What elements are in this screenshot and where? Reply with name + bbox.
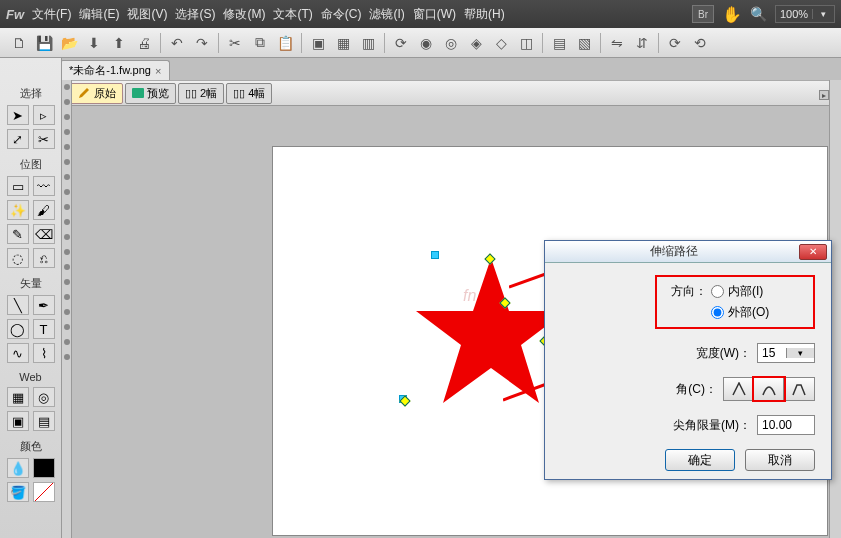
marquee-tool[interactable]: ▭	[7, 176, 29, 196]
hide-slice-tool[interactable]: ▣	[7, 411, 29, 431]
import-icon[interactable]: ⬇	[83, 32, 105, 54]
crop-tool[interactable]: ✂	[33, 129, 55, 149]
view-2up-tab[interactable]: ▯▯ 2幅	[178, 83, 224, 104]
export-icon[interactable]: ⬆	[108, 32, 130, 54]
arrange-icon[interactable]: ▦	[332, 32, 354, 54]
bucket-tool[interactable]: 🪣	[7, 482, 29, 502]
document-tab[interactable]: *未命名-1.fw.png ×	[60, 60, 170, 80]
main-toolbar: 🗋 💾 📂 ⬇ ⬆ 🖨 ↶ ↷ ✂ ⧉ 📋 ▣ ▦ ▥ ⟳ ◉ ◎ ◈ ◇ ◫ …	[0, 28, 841, 58]
direction-inside-radio[interactable]	[711, 285, 724, 298]
four-pane-icon: ▯▯	[233, 87, 245, 100]
width-combo[interactable]: 15 ▾	[757, 343, 815, 363]
close-button[interactable]: ✕	[799, 244, 827, 260]
bbox-handle-tl[interactable]	[431, 251, 439, 259]
view-preview-tab[interactable]: 预览	[125, 83, 176, 104]
pointer-tool[interactable]: ➤	[7, 105, 29, 125]
corner-round-button[interactable]	[754, 378, 784, 400]
dialog-titlebar[interactable]: 伸缩路径 ✕	[545, 241, 831, 263]
freeform-tool[interactable]: ∿	[7, 343, 29, 363]
miter-label: 尖角限量(M)：	[673, 417, 751, 434]
exclude-icon[interactable]: ◇	[490, 32, 512, 54]
corner-bevel-button[interactable]	[784, 378, 814, 400]
view-4up-tab[interactable]: ▯▯ 4幅	[226, 83, 272, 104]
bevel-corner-icon	[792, 382, 806, 396]
menu-file[interactable]: 文件(F)	[32, 6, 71, 23]
miter-input[interactable]: 10.00	[757, 415, 815, 435]
close-icon[interactable]: ×	[155, 65, 161, 77]
fill-color[interactable]	[33, 482, 55, 502]
subselect-tool[interactable]: ▹	[33, 105, 55, 125]
cancel-button[interactable]: 取消	[745, 449, 815, 471]
eyedropper-tool[interactable]: 💧	[7, 458, 29, 478]
group-icon[interactable]: ▥	[357, 32, 379, 54]
zoom-combo[interactable]: 100% ▾	[775, 5, 835, 23]
direction-outside-radio[interactable]	[711, 306, 724, 319]
app-logo: Fw	[6, 7, 24, 22]
wand-tool[interactable]: ✨	[7, 200, 29, 220]
menu-window[interactable]: 窗口(W)	[413, 6, 456, 23]
intersect-icon[interactable]: ◈	[465, 32, 487, 54]
redo-icon[interactable]: ↷	[191, 32, 213, 54]
menu-select[interactable]: 选择(S)	[175, 6, 215, 23]
print-icon[interactable]: 🖨	[133, 32, 155, 54]
knife-tool[interactable]: ⌇	[33, 343, 55, 363]
paste-icon[interactable]: 📋	[274, 32, 296, 54]
rotate-icon[interactable]: ⟳	[390, 32, 412, 54]
menu-filters[interactable]: 滤镜(I)	[369, 6, 404, 23]
chevron-down-icon[interactable]: ▾	[812, 9, 834, 19]
corner-miter-button[interactable]	[724, 378, 754, 400]
zoom-value: 100%	[776, 8, 812, 20]
align-icon[interactable]: ▣	[307, 32, 329, 54]
search-icon[interactable]: 🔍	[750, 6, 767, 22]
shape-tool[interactable]: ◯	[7, 319, 29, 339]
text-tool[interactable]: T	[33, 319, 55, 339]
menu-help[interactable]: 帮助(H)	[464, 6, 505, 23]
open-icon[interactable]: 📂	[58, 32, 80, 54]
panel-collapse-toggle[interactable]: ▸	[819, 90, 829, 100]
new-file-icon[interactable]: 🗋	[8, 32, 30, 54]
show-slice-tool[interactable]: ▤	[33, 411, 55, 431]
image-icon	[132, 88, 144, 98]
blur-tool[interactable]: ◌	[7, 248, 29, 268]
direction-group: 方向： 内部(I) 外部(O)	[655, 275, 815, 329]
menubar: Fw 文件(F) 编辑(E) 视图(V) 选择(S) 修改(M) 文本(T) 命…	[0, 0, 841, 28]
pencil-tool[interactable]: ✎	[7, 224, 29, 244]
menu-text[interactable]: 文本(T)	[273, 6, 312, 23]
scale-tool[interactable]: ⤢	[7, 129, 29, 149]
slice-tool[interactable]: ▦	[7, 387, 29, 407]
stroke-color[interactable]	[33, 458, 55, 478]
chevron-down-icon[interactable]: ▾	[786, 348, 815, 358]
union-icon[interactable]: ◉	[415, 32, 437, 54]
flip-h-icon[interactable]: ⇋	[606, 32, 628, 54]
front-icon[interactable]: ▤	[548, 32, 570, 54]
hotspot-tool[interactable]: ◎	[33, 387, 55, 407]
save-icon[interactable]: 💾	[33, 32, 55, 54]
tool-section-vector: 矢量	[20, 276, 42, 291]
flip-v-icon[interactable]: ⇵	[631, 32, 653, 54]
lasso-tool[interactable]: 〰	[33, 176, 55, 196]
menu-edit[interactable]: 编辑(E)	[79, 6, 119, 23]
eraser-tool[interactable]: ⌫	[33, 224, 55, 244]
hand-tool-icon[interactable]: ✋	[722, 5, 742, 24]
direction-inside-label: 内部(I)	[728, 283, 763, 300]
stamp-tool[interactable]: ⎌	[33, 248, 55, 268]
copy-icon[interactable]: ⧉	[249, 32, 271, 54]
back-icon[interactable]: ▧	[573, 32, 595, 54]
undo-icon[interactable]: ↶	[166, 32, 188, 54]
tool-section-bitmap: 位图	[20, 157, 42, 172]
rotate-cw-icon[interactable]: ⟳	[664, 32, 686, 54]
view-original-tab[interactable]: 原始	[70, 83, 123, 104]
ok-button[interactable]: 确定	[665, 449, 735, 471]
direction-outside-label: 外部(O)	[728, 304, 769, 321]
pen-tool[interactable]: ✒	[33, 295, 55, 315]
subtract-icon[interactable]: ◎	[440, 32, 462, 54]
brush-tool[interactable]: 🖌	[33, 200, 55, 220]
menu-commands[interactable]: 命令(C)	[321, 6, 362, 23]
cut-icon[interactable]: ✂	[224, 32, 246, 54]
rotate-ccw-icon[interactable]: ⟲	[689, 32, 711, 54]
bridge-button[interactable]: Br	[692, 5, 714, 23]
crop-icon[interactable]: ◫	[515, 32, 537, 54]
line-tool[interactable]: ╲	[7, 295, 29, 315]
menu-view[interactable]: 视图(V)	[127, 6, 167, 23]
menu-modify[interactable]: 修改(M)	[223, 6, 265, 23]
